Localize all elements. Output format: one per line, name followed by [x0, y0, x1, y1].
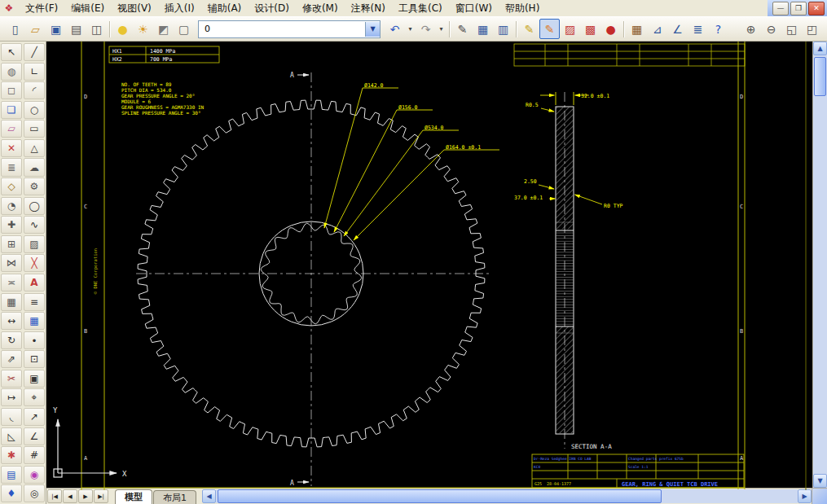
pan-icon[interactable]: ✚ — [1, 216, 22, 234]
sheet-set-icon[interactable]: ▥ — [493, 19, 513, 39]
help-icon[interactable]: ? — [708, 19, 728, 39]
ellipse-icon[interactable]: ◯ — [24, 197, 45, 215]
restore-button[interactable]: ❐ — [790, 2, 807, 15]
scroll-up-arrow[interactable]: ▲ — [813, 42, 827, 55]
undo-caret-icon[interactable]: ▾ — [405, 19, 416, 39]
move-icon[interactable]: ↔ — [1, 312, 22, 330]
layer-lock-icon[interactable]: ◩ — [153, 19, 174, 39]
box-3d-icon[interactable]: ◇ — [1, 177, 22, 195]
tool-palette-icon[interactable]: ❏ — [1, 101, 22, 119]
arc-icon[interactable]: ◜ — [24, 81, 45, 99]
eraser-icon[interactable]: ▱ — [1, 120, 22, 138]
zoom-out-icon[interactable]: ⊖ — [761, 19, 781, 39]
select-arrow-icon[interactable]: ↖ — [1, 43, 22, 61]
quick-select-icon[interactable]: ◍ — [1, 63, 22, 81]
zoom-box-icon[interactable]: ◻ — [1, 81, 22, 99]
spline-icon[interactable]: ∿ — [24, 216, 45, 234]
rectangle-icon[interactable]: ▭ — [24, 120, 45, 138]
text-icon[interactable]: A — [24, 274, 45, 291]
layer-combo[interactable]: 0 ▼ — [198, 20, 381, 38]
scale-icon[interactable]: ⇗ — [1, 350, 22, 368]
save-file-icon[interactable]: ▣ — [46, 19, 66, 39]
minimize-button[interactable]: — — [772, 2, 789, 15]
explode-icon[interactable]: ✱ — [1, 446, 22, 464]
tab-nav-1[interactable]: ◀ — [63, 489, 77, 503]
offset-icon[interactable]: ≍ — [1, 274, 22, 291]
horizontal-scroll-track[interactable] — [216, 489, 798, 503]
zoom-window-icon[interactable]: ◱ — [781, 19, 802, 39]
menu-item-8[interactable]: 工具集(C) — [392, 0, 449, 17]
gear-tool-icon[interactable]: ⚙ — [24, 177, 45, 195]
menu-item-7[interactable]: 注释(N) — [345, 0, 392, 17]
array-icon[interactable]: ▦ — [1, 293, 22, 311]
drawing-canvas[interactable]: D C B A D C B A © DNE Corporation — [46, 42, 812, 488]
extend-icon[interactable]: ↦ — [1, 388, 22, 406]
undo-icon[interactable]: ↶ — [385, 19, 405, 39]
fillet-icon[interactable]: ◟ — [1, 408, 22, 426]
copy-icon[interactable]: ⊞ — [1, 235, 22, 253]
grid-icon[interactable]: # — [24, 446, 45, 464]
markup-record-icon[interactable]: ● — [600, 19, 621, 39]
table-style-icon[interactable]: ▦ — [473, 19, 493, 39]
table-icon[interactable]: ▦ — [24, 312, 45, 330]
vertical-scroll-track[interactable] — [813, 55, 827, 474]
tab-layout1[interactable]: 布局1 — [153, 490, 196, 504]
vertical-scroll-thumb[interactable] — [814, 57, 826, 96]
redo-caret-icon[interactable]: ▾ — [436, 19, 446, 39]
match-properties-icon[interactable]: ♦ — [1, 484, 22, 502]
revision-cloud-icon[interactable]: ☁ — [24, 158, 45, 176]
redo-icon[interactable]: ↷ — [416, 19, 436, 39]
table-edit-icon[interactable]: ▦ — [627, 19, 647, 39]
layer-bulb-icon[interactable]: ● — [112, 19, 133, 39]
close-button[interactable]: ✕ — [808, 2, 825, 15]
polyline-icon[interactable]: ∟ — [24, 63, 45, 81]
mirror-icon[interactable]: ⋈ — [1, 254, 22, 272]
menu-item-10[interactable]: 帮助(H) — [499, 0, 546, 17]
chamfer-icon[interactable]: ◺ — [1, 427, 22, 445]
edit-properties-icon[interactable]: ✎ — [452, 19, 473, 39]
menu-item-2[interactable]: 视图(V) — [111, 0, 158, 17]
point-icon[interactable]: ∙ — [24, 331, 45, 349]
menu-item-6[interactable]: 修改(M) — [296, 0, 345, 17]
block-icon[interactable]: ⊡ — [24, 350, 45, 368]
rotate-icon[interactable]: ↻ — [1, 331, 22, 349]
scroll-right-arrow[interactable]: ▶ — [798, 489, 812, 503]
trim-icon[interactable]: ✂ — [1, 370, 22, 388]
menu-item-1[interactable]: 编辑(E) — [64, 0, 111, 17]
chevron-down-icon[interactable]: ▼ — [365, 22, 380, 37]
line-icon[interactable]: ╱ — [24, 43, 45, 61]
tab-nav-3[interactable]: ▶| — [94, 489, 108, 503]
color-wheel-icon[interactable]: ◉ — [24, 466, 45, 484]
layer-list-icon[interactable]: ≣ — [688, 19, 708, 39]
mtext-icon[interactable]: ≡ — [24, 293, 45, 311]
horizontal-scrollbar[interactable]: ◀ ▶ — [202, 489, 812, 504]
menu-item-4[interactable]: 辅助(A) — [201, 0, 249, 17]
layer-freeze-icon[interactable]: ☀ — [133, 19, 153, 39]
menu-item-3[interactable]: 插入(I) — [158, 0, 201, 17]
orbit-icon[interactable]: ◔ — [1, 197, 22, 215]
scroll-left-arrow[interactable]: ◀ — [202, 489, 216, 503]
layer-stack-icon[interactable]: ≣ — [1, 158, 22, 176]
markup-pencil-icon[interactable]: ✎ — [519, 19, 539, 39]
measure-angle-icon[interactable]: ∠ — [667, 19, 688, 39]
properties-icon[interactable]: ▤ — [1, 466, 22, 484]
menu-item-0[interactable]: 文件(F) — [19, 0, 64, 17]
hatch-icon[interactable]: ▨ — [24, 235, 45, 253]
angular-dim-icon[interactable]: ∠ — [24, 427, 45, 445]
delete-icon[interactable]: ✕ — [1, 139, 22, 157]
markup-bricks-icon[interactable]: ▩ — [580, 19, 600, 39]
zoom-extents-icon[interactable]: ◰ — [802, 19, 822, 39]
tab-nav-0[interactable]: |◀ — [47, 489, 62, 503]
color-swatch-icon[interactable]: ▢ — [174, 19, 194, 39]
menu-item-9[interactable]: 窗口(W) — [449, 0, 499, 17]
vertical-scrollbar[interactable]: ▲ ▼ — [812, 42, 827, 488]
dimension-icon[interactable]: ⌖ — [24, 388, 45, 406]
zoom-realtime-icon[interactable]: ⊕ — [741, 19, 761, 39]
circle-icon[interactable]: ○ — [24, 101, 45, 119]
open-file-icon[interactable]: ▱ — [25, 19, 46, 39]
insert-block-icon[interactable]: ▣ — [24, 370, 45, 388]
menu-item-5[interactable]: 设计(D) — [248, 0, 296, 17]
break-icon[interactable]: ╳ — [24, 254, 45, 272]
measure-distance-icon[interactable]: ⊿ — [647, 19, 667, 39]
tab-model[interactable]: 模型 — [115, 489, 152, 504]
